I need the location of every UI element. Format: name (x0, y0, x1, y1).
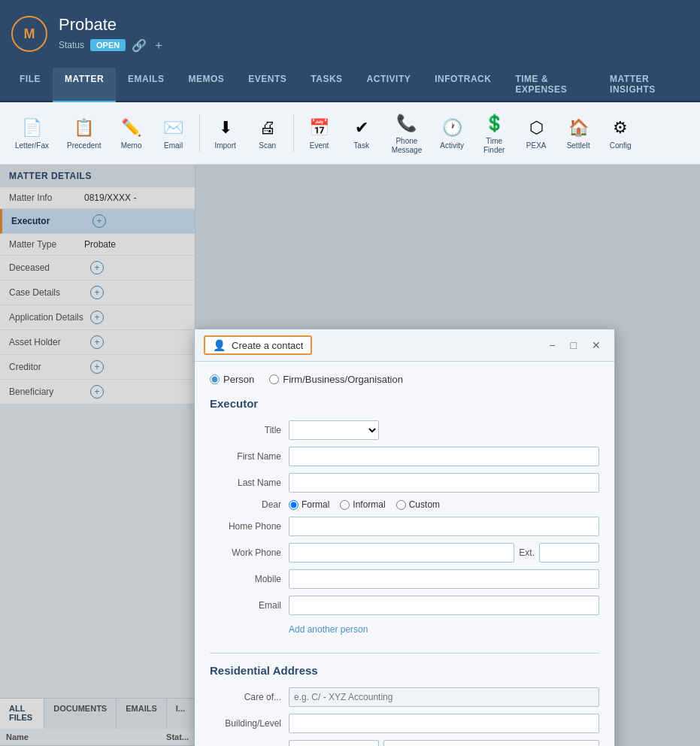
first-name-input[interactable] (289, 447, 599, 466)
precedent-button[interactable]: 📋 Precedent (59, 111, 109, 155)
precedent-icon: 📋 (72, 116, 96, 140)
app-logo: M (11, 16, 47, 52)
contact-icon: 👤 (213, 339, 226, 351)
home-phone-label: Home Phone (210, 521, 281, 532)
memo-button[interactable]: ✏️ Memo (112, 111, 151, 155)
unit-number-input[interactable] (383, 740, 599, 746)
tab-memos[interactable]: MEMOS (176, 68, 236, 102)
activity-button[interactable]: 🕐 Activity (432, 111, 471, 155)
dear-label: Dear (210, 499, 281, 510)
ext-label: Ext. (519, 547, 535, 558)
add-icon[interactable]: ＋ (153, 38, 165, 53)
email-icon: ✉️ (162, 116, 186, 140)
tab-events[interactable]: EVENTS (236, 68, 298, 102)
unit-row (289, 740, 599, 746)
event-icon: 📅 (308, 116, 332, 140)
contact-type-group: Person Firm/Business/Organisation (210, 374, 599, 385)
firm-radio[interactable]: Firm/Business/Organisation (269, 374, 403, 385)
building-level-input[interactable] (289, 714, 599, 733)
memo-icon: ✏️ (120, 116, 144, 140)
paperclip-icon[interactable]: 🔗 (132, 38, 147, 53)
email-label: Email (210, 600, 281, 611)
care-of-row: Care of... (210, 687, 599, 707)
informal-radio-input[interactable] (340, 500, 350, 510)
create-contact-modal: 👤 Create a contact − □ ✕ Person Firm/Bus… (194, 329, 615, 746)
ext-input[interactable] (539, 543, 599, 563)
modal-header: 👤 Create a contact − □ ✕ (195, 329, 614, 362)
custom-radio-input[interactable] (396, 500, 406, 510)
pexa-button[interactable]: ⬡ PEXA (517, 111, 556, 155)
tab-emails[interactable]: EMAILS (116, 68, 176, 102)
tab-matter[interactable]: MATTER (53, 68, 116, 102)
custom-radio[interactable]: Custom (396, 499, 440, 510)
config-button[interactable]: ⚙ Config (601, 111, 640, 155)
title-label: Title (210, 425, 281, 435)
add-person-link[interactable]: Add another person (289, 624, 368, 635)
status-row: Status OPEN 🔗 ＋ (59, 38, 165, 53)
firm-radio-input[interactable] (269, 375, 279, 384)
building-level-label: Building/Level (210, 718, 281, 729)
person-radio-input[interactable] (210, 375, 220, 384)
import-icon: ⬇ (214, 116, 238, 140)
modal-minimize-btn[interactable]: − (544, 338, 559, 353)
config-icon: ⚙ (608, 116, 632, 140)
modal-close-btn[interactable]: ✕ (587, 338, 605, 353)
care-of-input[interactable] (289, 687, 599, 707)
task-button[interactable]: ✔ Task (342, 111, 381, 155)
app-title-area: Probate Status OPEN 🔗 ＋ (59, 15, 165, 53)
tab-matter-insights[interactable]: MATTER INSIGHTS (598, 68, 692, 102)
tab-file[interactable]: FILE (8, 68, 53, 102)
unit-type-select[interactable] (289, 740, 379, 746)
last-name-input[interactable] (289, 473, 599, 493)
title-select[interactable] (289, 420, 379, 440)
formal-radio[interactable]: Formal (289, 499, 329, 510)
home-phone-input[interactable] (289, 517, 599, 536)
section-divider (210, 653, 599, 654)
nav-tabs: FILE MATTER EMAILS MEMOS EVENTS TASKS AC… (0, 68, 700, 102)
work-phone-input[interactable] (289, 543, 514, 563)
settleit-button[interactable]: 🏠 SettleIt (559, 111, 598, 155)
mobile-row: Mobile (210, 569, 599, 589)
modal-title-area: 👤 Create a contact (204, 335, 312, 355)
letter-fax-icon: 📄 (20, 116, 44, 140)
status-label: Status (59, 40, 84, 50)
email-input[interactable] (289, 596, 599, 615)
work-phone-row: Work Phone Ext. (210, 543, 599, 563)
letter-fax-button[interactable]: 📄 Letter/Fax (8, 111, 56, 155)
first-name-row: First Name (210, 447, 599, 466)
tab-activity[interactable]: ACTIVITY (355, 68, 423, 102)
import-button[interactable]: ⬇ Import (206, 111, 245, 155)
phone-message-button[interactable]: 📞 PhoneMessage (384, 107, 430, 159)
tab-infotrack[interactable]: INFOTRACK (423, 68, 503, 102)
time-finder-button[interactable]: 💲 TimeFinder (474, 107, 514, 159)
tab-tasks[interactable]: TASKS (298, 68, 354, 102)
status-badge: OPEN (90, 39, 126, 51)
email-button[interactable]: ✉️ Email (154, 111, 193, 155)
mobile-label: Mobile (210, 574, 281, 584)
toolbar-sep-2 (293, 114, 294, 152)
dear-group: Formal Informal Custom (289, 499, 440, 510)
task-icon: ✔ (350, 116, 374, 140)
first-name-label: First Name (210, 451, 281, 462)
main-area: MATTER DETAILS Matter Info 0819/XXXX - E… (0, 165, 700, 746)
dear-row: Dear Formal Informal Custom (210, 499, 599, 510)
mobile-input[interactable] (289, 569, 599, 589)
section-title-executor: Executor (210, 397, 599, 410)
unit-type-row: Unit Type, No. (210, 740, 599, 746)
tab-time-expenses[interactable]: TIME & EXPENSES (503, 68, 598, 102)
email-row: Email (210, 596, 599, 615)
care-of-label: Care of... (210, 692, 281, 702)
pexa-icon: ⬡ (524, 116, 548, 140)
informal-radio[interactable]: Informal (340, 499, 385, 510)
section-title-address: Residential Address (210, 664, 599, 677)
settleit-icon: 🏠 (566, 116, 590, 140)
title-row: Title (210, 420, 599, 440)
person-radio[interactable]: Person (210, 374, 254, 385)
formal-radio-input[interactable] (289, 500, 298, 510)
modal-restore-btn[interactable]: □ (566, 338, 581, 353)
last-name-label: Last Name (210, 478, 281, 488)
home-phone-row: Home Phone (210, 517, 599, 536)
work-phone-ext-row: Ext. (289, 543, 599, 563)
event-button[interactable]: 📅 Event (300, 111, 339, 155)
scan-button[interactable]: 🖨 Scan (248, 111, 287, 155)
